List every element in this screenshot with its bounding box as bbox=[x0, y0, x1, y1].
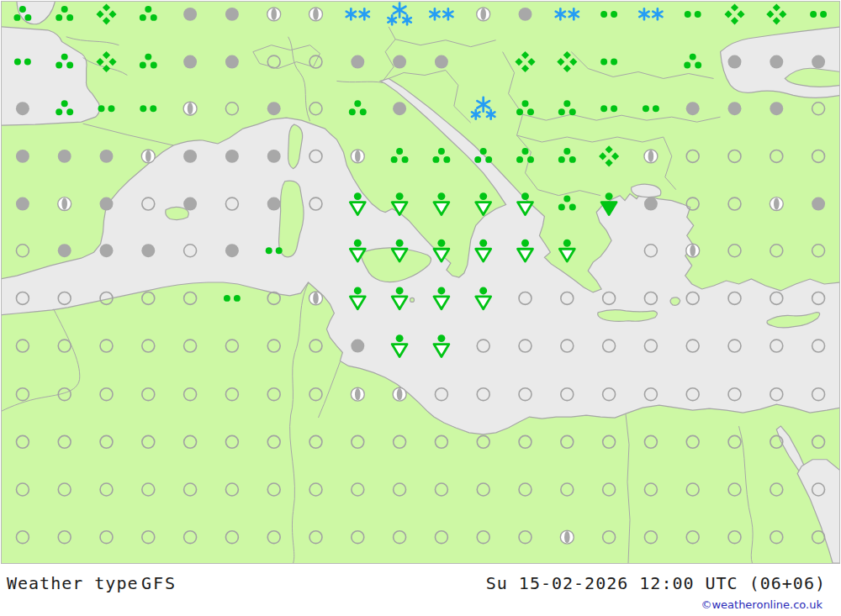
weather-symbol-overcast-filled-circle bbox=[812, 55, 825, 69]
weather-symbol-partly-cloudy-half-circle bbox=[351, 387, 364, 401]
weather-symbol-partly-cloudy-half-circle bbox=[141, 150, 155, 163]
weather-map bbox=[2, 2, 839, 563]
page: Weather type GFS Su 15-02-2026 12:00 UTC… bbox=[0, 0, 841, 616]
weather-symbol-partly-cloudy-half-circle bbox=[770, 197, 783, 211]
weather-symbol-overcast-filled-circle bbox=[225, 55, 239, 69]
weather-symbol-overcast-filled-circle bbox=[183, 150, 197, 163]
weather-symbol-overcast-filled-circle bbox=[686, 102, 700, 115]
weather-symbol-overcast-filled-circle bbox=[141, 244, 155, 257]
weather-symbol-partly-cloudy-half-circle bbox=[393, 387, 406, 401]
weather-symbol-overcast-filled-circle bbox=[183, 55, 197, 69]
map-frame bbox=[1, 1, 840, 564]
weather-symbol-overcast-filled-circle bbox=[519, 8, 532, 21]
weather-symbol-partly-cloudy-half-circle bbox=[560, 530, 574, 544]
weather-symbol-overcast-filled-circle bbox=[267, 102, 281, 115]
weather-symbol-overcast-filled-circle bbox=[728, 55, 742, 69]
weather-symbol-overcast-filled-circle bbox=[183, 197, 197, 211]
weather-symbol-overcast-filled-circle bbox=[393, 55, 406, 69]
weather-symbol-partly-cloudy-half-circle bbox=[644, 150, 658, 163]
weather-symbol-overcast-filled-circle bbox=[812, 197, 825, 211]
weather-symbol-partly-cloudy-half-circle bbox=[686, 244, 700, 257]
timestamp: Su 15-02-2026 12:00 UTC (06+06) bbox=[486, 573, 826, 593]
weather-symbol-overcast-filled-circle bbox=[58, 244, 71, 257]
map-layer-label: Weather type bbox=[7, 573, 139, 593]
weather-symbol-overcast-filled-circle bbox=[351, 55, 364, 69]
weather-symbol-overcast-filled-circle bbox=[770, 55, 783, 69]
model-label: GFS bbox=[141, 573, 177, 593]
weather-symbol-overcast-filled-circle bbox=[16, 197, 29, 211]
weather-symbol-overcast-filled-circle bbox=[225, 8, 239, 21]
weather-symbol-overcast-filled-circle bbox=[183, 8, 197, 21]
weather-symbol-overcast-filled-circle bbox=[267, 150, 281, 163]
weather-symbol-partly-cloudy-half-circle bbox=[267, 8, 281, 21]
weather-symbol-overcast-filled-circle bbox=[100, 150, 114, 163]
weather-symbol-overcast-filled-circle bbox=[351, 340, 364, 353]
weather-symbol-overcast-filled-circle bbox=[644, 197, 658, 211]
weather-symbol-overcast-filled-circle bbox=[393, 102, 406, 115]
weather-symbol-overcast-filled-circle bbox=[225, 244, 239, 257]
weather-symbol-partly-cloudy-half-circle bbox=[183, 102, 197, 115]
weather-symbol-overcast-filled-circle bbox=[16, 150, 29, 163]
weather-symbol-partly-cloudy-half-circle bbox=[351, 150, 364, 163]
copyright-link[interactable]: ©weatheronline.co.uk bbox=[701, 598, 822, 611]
weather-symbol-partly-cloudy-half-circle bbox=[309, 8, 323, 21]
weather-symbol-overcast-filled-circle bbox=[16, 102, 29, 115]
weather-symbol-overcast-filled-circle bbox=[770, 102, 783, 115]
weather-symbol-overcast-filled-circle bbox=[100, 197, 114, 211]
weather-symbol-partly-cloudy-half-circle bbox=[477, 8, 490, 21]
footer: Weather type GFS Su 15-02-2026 12:00 UTC… bbox=[0, 565, 841, 616]
weather-symbol-overcast-filled-circle bbox=[225, 150, 239, 163]
weather-symbol-partly-cloudy-half-circle bbox=[58, 197, 71, 211]
weather-symbol-partly-cloudy-half-circle bbox=[309, 292, 323, 305]
weather-symbol-overcast-filled-circle bbox=[435, 55, 448, 69]
weather-symbol-overcast-filled-circle bbox=[728, 102, 742, 115]
weather-symbol-overcast-filled-circle bbox=[58, 150, 71, 163]
weather-symbol-overcast-filled-circle bbox=[267, 197, 281, 211]
weather-symbol-overcast-filled-circle bbox=[100, 244, 114, 257]
